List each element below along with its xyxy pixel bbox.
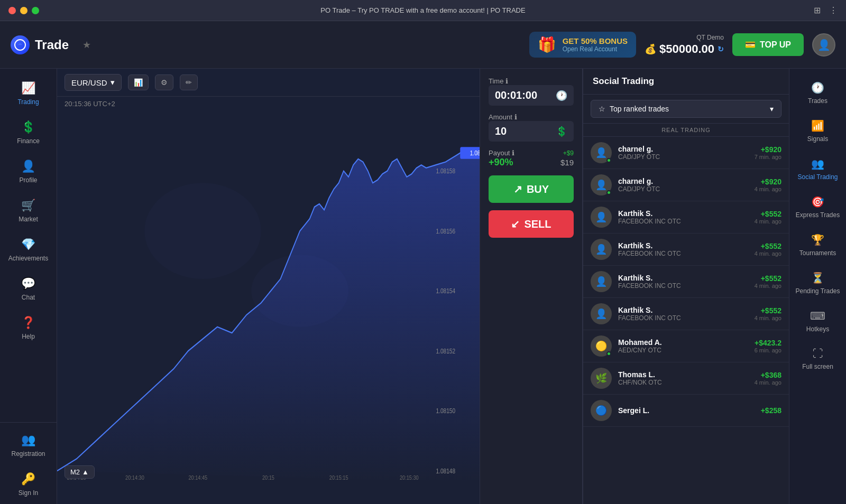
- favorite-icon[interactable]: ★: [82, 39, 91, 51]
- trade-list-item[interactable]: 👤 Karthik S. FACEBOOK INC OTC +$552 4 mi…: [583, 201, 789, 234]
- trades-label: Trades: [808, 97, 827, 105]
- titlebar-actions[interactable]: ⊞ ⋮: [814, 5, 838, 15]
- payout-section: Payout ℹ +$9 +90% $19: [489, 149, 574, 168]
- extension-icon[interactable]: ⊞: [814, 5, 821, 15]
- trader-avatar: 🟡: [591, 335, 612, 357]
- logo[interactable]: Trade: [11, 35, 69, 54]
- chart-container: 1.08158 1.08156 1.08154 1.08152 1.08150 …: [57, 111, 480, 483]
- right-sidebar-item-express[interactable]: 🎯 Express Trades: [789, 188, 846, 226]
- amount-input-row: 10 💲: [489, 121, 574, 142]
- topup-label: TOP UP: [760, 40, 791, 50]
- online-indicator: [606, 158, 611, 163]
- chat-icon: 💬: [21, 277, 35, 291]
- sidebar-bottom: 👥 Registration 🔑 Sign In: [0, 422, 57, 504]
- chart-draw-button[interactable]: ✏: [180, 74, 198, 90]
- window-controls[interactable]: [8, 7, 39, 14]
- timeframe-selector[interactable]: M2 ▲: [65, 465, 95, 479]
- filter-dropdown-icon: ▾: [770, 105, 774, 113]
- profile-icon: 👤: [21, 160, 35, 173]
- sidebar-item-help[interactable]: ❓ Help: [0, 309, 57, 348]
- sidebar-item-market[interactable]: 🛒 Market: [0, 191, 57, 230]
- trader-name: charnel g.: [618, 177, 748, 185]
- signin-icon: 🔑: [21, 472, 35, 486]
- sidebar-item-chat[interactable]: 💬 Chat: [0, 269, 57, 309]
- trader-pair: FACEBOOK INC OTC: [618, 282, 748, 290]
- trade-list-item[interactable]: 🌿 Thomas L. CHF/NOK OTC +$368 4 min. ago: [583, 362, 789, 395]
- express-label: Express Trades: [796, 211, 840, 219]
- svg-text:1.08156: 1.08156: [436, 228, 455, 235]
- right-sidebar-item-signals[interactable]: 📶 Signals: [789, 112, 846, 150]
- trade-list-item[interactable]: 👤 charnel g. CAD/JPY OTC +$920 7 min. ag…: [583, 137, 789, 169]
- trader-pair: AED/CNY OTC: [618, 347, 748, 354]
- menu-icon[interactable]: ⋮: [829, 5, 838, 15]
- pair-selector[interactable]: EUR/USD ▾: [65, 74, 122, 91]
- trade-list-item[interactable]: 👤 Karthik S. FACEBOOK INC OTC +$552 4 mi…: [583, 234, 789, 266]
- chart-settings-button[interactable]: ⚙: [155, 74, 173, 90]
- right-sidebar-item-trades[interactable]: 🕐 Trades: [789, 74, 846, 112]
- amount-info-icon[interactable]: ℹ: [514, 113, 517, 121]
- tournaments-icon: 🏆: [811, 234, 824, 246]
- buy-button[interactable]: ↗ BUY: [489, 175, 574, 203]
- trader-right: +$920 4 min. ago: [755, 178, 781, 192]
- sell-button[interactable]: ↙ SELL: [489, 210, 574, 238]
- trader-info: Karthik S. FACEBOOK INC OTC: [618, 209, 748, 225]
- chart-timestamp: 20:15:36 UTC+2: [57, 97, 480, 111]
- time-info-icon[interactable]: ℹ: [505, 77, 508, 85]
- bonus-sub-text: Open Real Account: [563, 45, 628, 53]
- sidebar-item-trading[interactable]: 📈 Trading: [0, 74, 57, 113]
- trader-name: Karthik S.: [618, 241, 748, 250]
- close-button[interactable]: [8, 7, 16, 14]
- chart-area: EUR/USD ▾ 📊 ⚙ ✏ 20:15:36 UTC+2: [57, 69, 480, 504]
- trade-list-item[interactable]: 👤 Karthik S. FACEBOOK INC OTC +$552 4 mi…: [583, 266, 789, 298]
- svg-text:20:15: 20:15: [262, 474, 274, 481]
- account-name: QT Demo: [696, 34, 724, 41]
- sidebar-finance-label: Finance: [17, 137, 40, 145]
- real-trading-badge: REAL TRADING: [583, 124, 789, 137]
- trade-list-item[interactable]: 👤 charnel g. CAD/JPY OTC +$920 4 min. ag…: [583, 169, 789, 201]
- maximize-button[interactable]: [32, 7, 39, 14]
- payout-info-icon[interactable]: ℹ: [512, 149, 514, 157]
- sidebar-item-profile[interactable]: 👤 Profile: [0, 152, 57, 191]
- trades-icon: 🕐: [811, 81, 824, 94]
- trader-info: Thomas L. CHF/NOK OTC: [618, 370, 748, 386]
- hotkeys-label: Hotkeys: [806, 325, 829, 333]
- right-sidebar-item-tournaments[interactable]: 🏆 Tournaments: [789, 226, 846, 264]
- trader-name: Karthik S.: [618, 209, 748, 218]
- trader-info: Karthik S. FACEBOOK INC OTC: [618, 274, 748, 290]
- svg-text:1.08158: 1.08158: [436, 167, 455, 174]
- filter-select[interactable]: ☆ Top ranked trades ▾: [591, 100, 781, 118]
- trade-list-item[interactable]: 👤 Karthik S. FACEBOOK INC OTC +$552 4 mi…: [583, 298, 789, 330]
- sidebar-item-signin[interactable]: 🔑 Sign In: [0, 465, 57, 504]
- sidebar-item-registration[interactable]: 👥 Registration: [0, 426, 57, 465]
- trader-name: Sergei L.: [618, 406, 755, 415]
- trade-list-item[interactable]: 🟡 Mohamed A. AED/CNY OTC +$423.2 6 min. …: [583, 330, 789, 362]
- right-sidebar-item-fullscreen[interactable]: ⛶ Full screen: [789, 340, 846, 378]
- sidebar-item-achievements[interactable]: 💎 Achievements: [0, 230, 57, 269]
- trader-right: +$368 4 min. ago: [755, 371, 781, 386]
- trader-time: 4 min. ago: [755, 186, 781, 192]
- bonus-banner[interactable]: 🎁 GET 50% BONUS Open Real Account: [529, 32, 636, 58]
- topup-button[interactable]: 💳 TOP UP: [732, 33, 804, 56]
- tournaments-label: Tournaments: [799, 249, 836, 257]
- right-sidebar-item-social[interactable]: 👥 Social Trading: [789, 150, 846, 188]
- trader-avatar: 👤: [591, 271, 612, 292]
- trader-info: Sergei L.: [618, 406, 755, 415]
- trader-time: 7 min. ago: [755, 154, 781, 160]
- right-sidebar-item-hotkeys[interactable]: ⌨ Hotkeys: [789, 302, 846, 340]
- sidebar-item-finance[interactable]: 💲 Finance: [0, 113, 57, 152]
- trader-info: charnel g. CAD/JPY OTC: [618, 177, 748, 193]
- sidebar-help-label: Help: [22, 333, 35, 340]
- right-sidebar-item-pending[interactable]: ⏳ Pending Trades: [789, 264, 846, 302]
- chart-type-button[interactable]: 📊: [128, 74, 149, 90]
- avatar[interactable]: 👤: [812, 33, 835, 57]
- time-clock-icon[interactable]: 🕐: [556, 90, 567, 101]
- trade-list-item[interactable]: 🔵 Sergei L. +$258: [583, 395, 789, 427]
- refresh-icon[interactable]: ↻: [718, 45, 724, 53]
- timeframe-arrow: ▲: [82, 468, 89, 476]
- star-icon: ☆: [599, 105, 605, 113]
- minimize-button[interactable]: [20, 7, 27, 14]
- svg-text:1.08154: 1.08154: [436, 287, 455, 294]
- express-icon: 🎯: [811, 195, 824, 208]
- signals-label: Signals: [807, 135, 828, 143]
- online-indicator: [606, 190, 611, 195]
